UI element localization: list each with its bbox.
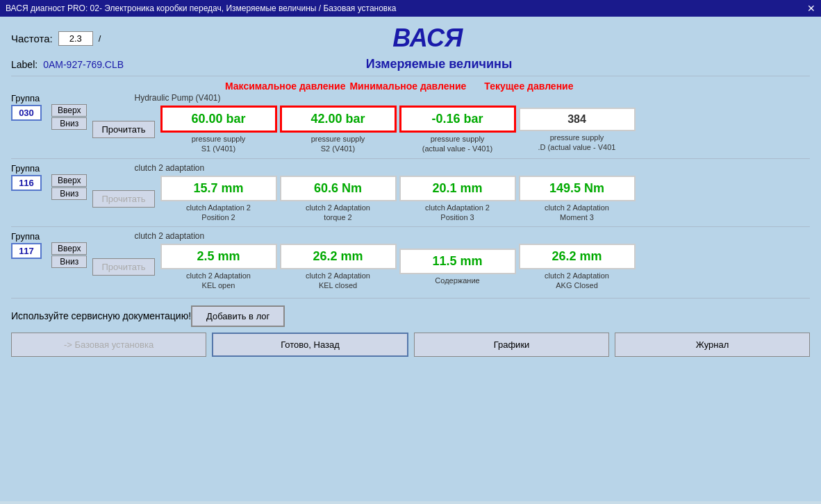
group116-label: Группа: [11, 163, 40, 174]
group117-btn-down[interactable]: Вниз: [51, 255, 87, 268]
group116-val1: 60.6 Nm: [280, 176, 397, 201]
group030-sub2: pressure supply(actual value - V401): [422, 134, 493, 154]
hydraulic-label: Hydraulic Pump (V401): [134, 93, 635, 103]
group116-sub3: clutch 2 AdaptationMoment 3: [545, 203, 609, 223]
group116-btn-up[interactable]: Вверх: [51, 174, 87, 187]
group117-val0: 2.5 mm: [160, 244, 277, 269]
group116-btn-down[interactable]: Вниз: [51, 187, 87, 200]
group030-sub1: pressure supplyS2 (V401): [311, 134, 365, 154]
group030-val1: 42.00 bar: [280, 106, 397, 133]
group030-btn-down[interactable]: Вниз: [51, 117, 87, 130]
title-text: ВАСЯ диагност PRO: 02- Электроника короб…: [6, 3, 396, 13]
btn-base[interactable]: -> Базовая установка: [11, 333, 206, 357]
group116-btn-read[interactable]: Прочитать: [92, 190, 154, 208]
group116-sub1: clutch 2 Adaptationtorque 2: [306, 203, 370, 223]
group030-sub0: pressure supplyS1 (V401): [192, 134, 246, 154]
app-title: ВАСЯ: [101, 24, 754, 53]
group117-val3: 26.2 mm: [519, 244, 636, 269]
group030-input[interactable]: 030: [11, 105, 42, 121]
group117-btn-read[interactable]: Прочитать: [92, 258, 154, 276]
group117-sub3: clutch 2 AdaptationAKG Closed: [545, 271, 609, 291]
group117-sub0: clutch 2 AdaptationKEL open: [186, 271, 251, 291]
title-bar: ВАСЯ диагност PRO: 02- Электроника короб…: [0, 0, 821, 17]
min-pressure-label: Минимальное давление: [349, 81, 466, 92]
group116-input[interactable]: 116: [11, 175, 42, 191]
group116-sub2: clutch Adaptation 2Position 3: [425, 203, 490, 223]
btn-log[interactable]: Добавить в лог: [191, 305, 285, 327]
group116-sub0: clutch Adaptation 2Position 2: [186, 203, 251, 223]
group030-sub3: pressure supply.D (actual value - V401: [538, 133, 616, 153]
group030-btn-up[interactable]: Вверх: [51, 104, 87, 117]
group117-val1: 26.2 mm: [280, 244, 397, 269]
group117-val2: 11.5 mm: [399, 249, 516, 274]
label-key: Label:: [11, 59, 38, 70]
adaptation117-label: clutch 2 adaptation: [134, 231, 635, 241]
btn-journal[interactable]: Журнал: [615, 333, 810, 357]
group030-val3: 384: [519, 108, 636, 131]
label-value: 0AM-927-769.CLB: [43, 59, 124, 70]
group117-label: Группа: [11, 231, 40, 242]
group030-btn-read[interactable]: Прочитать: [92, 121, 154, 138]
group030-val0: 60.00 bar: [160, 106, 277, 133]
close-icon[interactable]: ✕: [807, 3, 815, 14]
section-title: Измеряемые величины: [124, 57, 754, 72]
freq-value: 2.3: [58, 31, 93, 46]
group030-val2: -0.16 bar: [399, 106, 516, 133]
group117-sub2: Содержание: [435, 276, 479, 285]
btn-ready[interactable]: Готово, Назад: [212, 333, 408, 357]
group117-input[interactable]: 117: [11, 243, 42, 259]
adaptation116-label: clutch 2 adaptation: [134, 163, 635, 173]
group116-val3: 149.5 Nm: [519, 176, 636, 201]
group117-btn-up[interactable]: Вверх: [51, 242, 87, 255]
group116-val0: 15.7 mm: [160, 176, 277, 201]
group030-label: Группа: [11, 93, 40, 103]
freq-label: Частота:: [11, 33, 53, 44]
group116-val2: 20.1 mm: [399, 176, 516, 201]
max-pressure-label: Максимальное давление: [225, 81, 345, 92]
footer-note: Используйте сервисную документацию!: [11, 310, 191, 321]
group117-sub1: clutch 2 AdaptationKEL closed: [306, 271, 370, 291]
current-pressure-label: Текущее давление: [470, 81, 587, 92]
btn-graphs[interactable]: Графики: [414, 333, 609, 357]
